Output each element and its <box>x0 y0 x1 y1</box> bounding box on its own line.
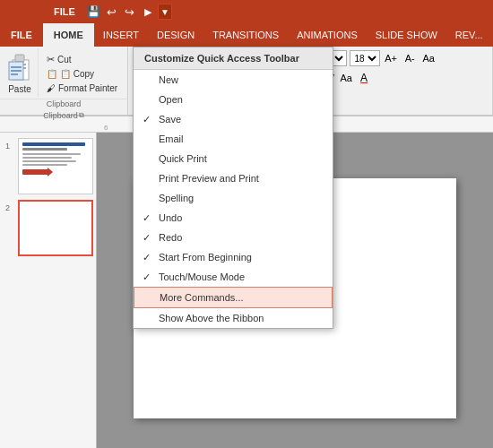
ribbon-tabs: FILE HOME INSERT DESIGN TRANSITIONS ANIM… <box>0 23 493 47</box>
dropdown-item-email[interactable]: Email <box>134 129 333 149</box>
clipboard-group-label: Clipboard <box>0 99 127 110</box>
svg-rect-7 <box>11 70 22 72</box>
dropdown-item-morecommands[interactable]: More Commands... <box>134 287 333 308</box>
start-label: Start From Beginning <box>159 252 252 263</box>
qat-dropdown-menu: Customize Quick Access Toolbar New Open … <box>133 47 333 329</box>
tab-design[interactable]: DESIGN <box>148 23 203 47</box>
clipboard-label-text: Clipboard <box>43 111 78 120</box>
dropdown-item-open[interactable]: Open <box>134 90 333 109</box>
check-icon-save: ✓ <box>143 114 151 125</box>
font-size-select[interactable]: 18 <box>350 50 380 66</box>
paste-icon <box>7 53 32 83</box>
redo-label: Redo <box>159 232 182 243</box>
tab-file[interactable]: FILE <box>0 23 43 47</box>
slide-1-number: 1 <box>5 142 10 151</box>
check-icon-touch: ✓ <box>143 271 151 283</box>
tab-file-btn[interactable]: FILE <box>45 4 84 19</box>
font-shrink-button[interactable]: A- <box>402 50 418 66</box>
format-painter-button[interactable]: 🖌 Format Painter <box>44 82 120 94</box>
check-icon-redo: ✓ <box>143 232 151 244</box>
tab-insert[interactable]: INSERT <box>94 23 148 47</box>
format-painter-label: Format Painter <box>58 83 117 93</box>
cut-button[interactable]: ✂ Cut <box>44 53 120 66</box>
slide-2-thumb[interactable] <box>18 200 93 256</box>
check-icon-start: ✓ <box>143 252 151 263</box>
copy-label: 📋 Copy <box>60 69 94 79</box>
tab-review[interactable]: REV... <box>446 23 492 47</box>
slide-panel: 1 2 <box>0 133 97 448</box>
qat-redo-btn[interactable]: ↪ <box>122 4 138 20</box>
cut-label: Cut <box>57 55 72 65</box>
qat-more-btn[interactable]: ▼ <box>158 4 172 20</box>
dropdown-item-undo[interactable]: ✓ Undo <box>134 208 333 228</box>
tab-home[interactable]: HOME <box>43 23 94 47</box>
dropdown-item-redo[interactable]: ✓ Redo <box>134 228 333 247</box>
font-grow-button[interactable]: A+ <box>383 50 399 66</box>
font-color-button[interactable]: A <box>356 70 372 86</box>
svg-rect-6 <box>11 66 22 68</box>
paste-label: Paste <box>8 84 31 94</box>
ruler-mark-6: 6 <box>104 124 108 132</box>
qat-presentation-btn[interactable]: ▶ <box>140 4 156 20</box>
format-painter-icon: 🖌 <box>47 83 56 93</box>
undo-label: Undo <box>159 212 182 223</box>
tab-animations[interactable]: ANIMATIONS <box>288 23 367 47</box>
slide-2-number: 2 <box>5 203 10 212</box>
clipboard-group: Paste ✂ Cut 📋 📋 Copy 🖌 Format Painter Cl… <box>0 47 128 115</box>
tab-slideshow[interactable]: SLIDE SHOW <box>367 23 446 47</box>
qat-save-btn[interactable]: 💾 <box>86 4 102 20</box>
slide-2-wrapper: 2 <box>18 200 92 256</box>
save-label: Save <box>159 114 181 125</box>
dropdown-item-printpreview[interactable]: Print Preview and Print <box>134 168 333 188</box>
dropdown-item-touchmouse[interactable]: ✓ Touch/Mouse Mode <box>134 267 333 287</box>
qat-undo-btn[interactable]: ↩ <box>104 4 120 20</box>
dropdown-item-spelling[interactable]: Spelling <box>134 188 333 208</box>
qat-bar: FILE 💾 ↩ ↪ ▶ ▼ <box>0 0 493 23</box>
dropdown-item-showabove[interactable]: Show Above the Ribbon <box>134 308 333 328</box>
slide-1-wrapper: 1 <box>18 138 92 194</box>
dropdown-item-startfrombeginning[interactable]: ✓ Start From Beginning <box>134 247 333 267</box>
dropdown-item-quickprint[interactable]: Quick Print <box>134 149 333 168</box>
copy-icon: 📋 <box>47 69 57 79</box>
cut-icon: ✂ <box>47 54 55 65</box>
change-case-button[interactable]: Aa <box>338 70 354 86</box>
slide-1-thumb[interactable] <box>18 138 93 194</box>
paste-button[interactable]: Paste <box>4 48 39 97</box>
check-icon-undo: ✓ <box>143 212 151 224</box>
copy-button[interactable]: 📋 📋 Copy <box>44 68 120 80</box>
clear-formatting-button[interactable]: Aa <box>420 50 437 66</box>
dropdown-title: Customize Quick Access Toolbar <box>134 47 333 70</box>
small-clipboard-btns: ✂ Cut 📋 📋 Copy 🖌 Format Painter <box>39 48 124 97</box>
dropdown-item-save[interactable]: ✓ Save <box>134 109 333 129</box>
dropdown-item-new[interactable]: New <box>134 70 333 90</box>
svg-rect-8 <box>11 73 18 75</box>
touch-label: Touch/Mouse Mode <box>159 271 245 282</box>
svg-rect-1 <box>15 55 24 62</box>
clipboard-expand-icon[interactable]: ⧉ <box>79 111 84 120</box>
tab-transitions[interactable]: TRANSITIONS <box>203 23 288 47</box>
